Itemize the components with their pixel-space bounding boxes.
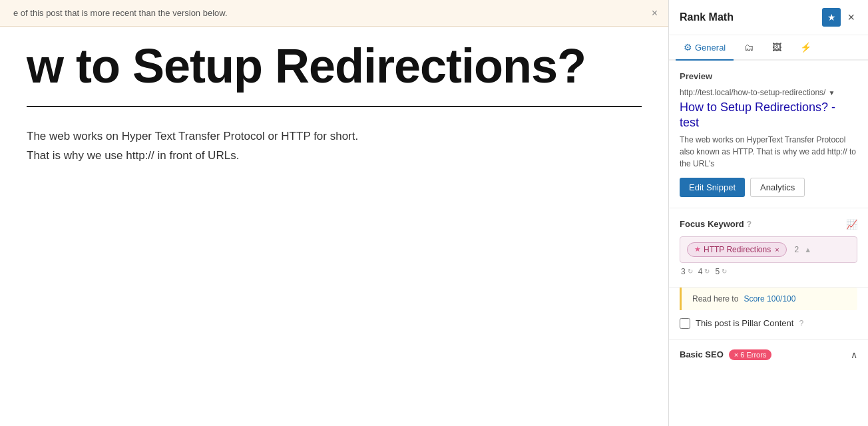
keyword-num-1: 3 ↻ (681, 267, 693, 276)
focus-keyword-title: Focus Keyword ? (680, 219, 752, 229)
tab-advanced[interactable]: ⚡ (792, 35, 819, 61)
star-icon: ★ (827, 12, 836, 23)
preview-url-row: http://test.local/how-to-setup-redirecti… (680, 88, 857, 97)
focus-keyword-section: Focus Keyword ? 📈 ★ HTTP Redirections × … (669, 208, 868, 288)
preview-section: Preview http://test.local/how-to-setup-r… (669, 61, 868, 208)
preview-actions: Edit Snippet Analytics (680, 178, 857, 197)
keyword-num-1-value: 3 (681, 267, 686, 276)
refresh-icon-3: ↻ (722, 268, 727, 275)
post-body-line2: That is why we use http:// in front of U… (27, 146, 642, 166)
star-button[interactable]: ★ (822, 8, 841, 27)
error-badge-text: × 6 Errors (734, 351, 767, 359)
pillar-content-checkbox[interactable] (680, 318, 690, 329)
preview-description: The web works on HyperText Transfer Prot… (680, 134, 857, 170)
analytics-button[interactable]: Analytics (750, 178, 805, 197)
focus-keyword-help-icon[interactable]: ? (747, 220, 752, 229)
preview-label: Preview (680, 71, 857, 81)
keyword-star-icon: ★ (694, 245, 701, 254)
basic-seo-title-area: Basic SEO × 6 Errors (680, 349, 771, 360)
keyword-tag: ★ HTTP Redirections × (687, 242, 787, 257)
tab-general-label: General (695, 43, 726, 53)
keyword-num-3: 5 ↻ (715, 267, 727, 276)
keyword-num-2: 4 ↻ (698, 267, 710, 276)
panel-content: Preview http://test.local/how-to-setup-r… (669, 61, 868, 426)
keyword-tag-label: HTTP Redirections (704, 245, 771, 254)
focus-keyword-label: Focus Keyword (680, 219, 744, 229)
keyword-num-3-value: 5 (715, 267, 720, 276)
panel-header-actions: ★ × (822, 8, 857, 27)
divider (27, 106, 642, 107)
tab-general[interactable]: ⚙ General (676, 35, 734, 61)
post-editor: w to Setup Redirections? The web works o… (0, 27, 668, 426)
keyword-remove-icon[interactable]: × (775, 246, 779, 254)
error-badge: × 6 Errors (729, 349, 772, 360)
edit-snippet-button[interactable]: Edit Snippet (680, 178, 745, 197)
keyword-num-2-value: 4 (698, 267, 703, 276)
post-body-line1: The web works on Hyper Text Transfer Pro… (27, 127, 642, 146)
refresh-icon-1: ↻ (688, 268, 693, 275)
preview-url-arrow-icon: ▼ (828, 89, 835, 97)
basic-seo-label: Basic SEO (680, 349, 724, 359)
notice-bar: e of this post that is more recent than … (0, 0, 668, 27)
schema-icon: 🖼 (772, 42, 781, 53)
keyword-up-icon: ▲ (804, 246, 811, 254)
keyword-count: 2 (795, 245, 799, 254)
info-bar-text: Read here to (692, 294, 738, 304)
keyword-tags-container[interactable]: ★ HTTP Redirections × 2 ▲ (680, 236, 857, 263)
notice-text: e of this post that is more recent than … (13, 8, 228, 18)
post-title: w to Setup Redirections? (27, 40, 642, 93)
pillar-content-row: This post is Pillar Content ? (669, 318, 868, 339)
chevron-up-icon: ∧ (851, 349, 857, 360)
panel-title: Rank Math (680, 11, 734, 23)
panel-header: Rank Math ★ × (669, 0, 868, 35)
trend-button[interactable]: 📈 (846, 219, 857, 230)
basic-seo-section: Basic SEO × 6 Errors ∧ (669, 339, 868, 369)
preview-url-text: http://test.local/how-to-setup-redirecti… (680, 88, 825, 97)
refresh-icon-2: ↻ (704, 268, 710, 275)
keyword-numbers: 3 ↻ 4 ↻ 5 ↻ (680, 267, 857, 276)
pillar-help-icon[interactable]: ? (799, 319, 803, 328)
rank-math-panel: Rank Math ★ × ⚙ General 🗂 🖼 ⚡ Preview (668, 0, 868, 426)
advanced-icon: ⚡ (800, 42, 811, 53)
focus-keyword-header: Focus Keyword ? 📈 (680, 219, 857, 230)
editor-area: e of this post that is more recent than … (0, 0, 668, 426)
panel-tabs: ⚙ General 🗂 🖼 ⚡ (669, 35, 868, 61)
basic-seo-header[interactable]: Basic SEO × 6 Errors ∧ (669, 340, 868, 369)
panel-close-button[interactable]: × (845, 10, 857, 25)
preview-title-link[interactable]: How to Setup Redirections? - test (680, 100, 857, 131)
social-icon: 🗂 (744, 42, 754, 53)
post-body: The web works on Hyper Text Transfer Pro… (27, 127, 642, 166)
pillar-content-label: This post is Pillar Content (696, 318, 793, 328)
tab-schema[interactable]: 🖼 (764, 35, 789, 61)
tab-social[interactable]: 🗂 (736, 35, 761, 61)
notice-close-button[interactable]: × (652, 8, 658, 19)
info-bar: Read here to Score 100/100 (680, 288, 857, 310)
score-link[interactable]: Score 100/100 (744, 294, 795, 304)
gear-icon: ⚙ (684, 42, 692, 53)
